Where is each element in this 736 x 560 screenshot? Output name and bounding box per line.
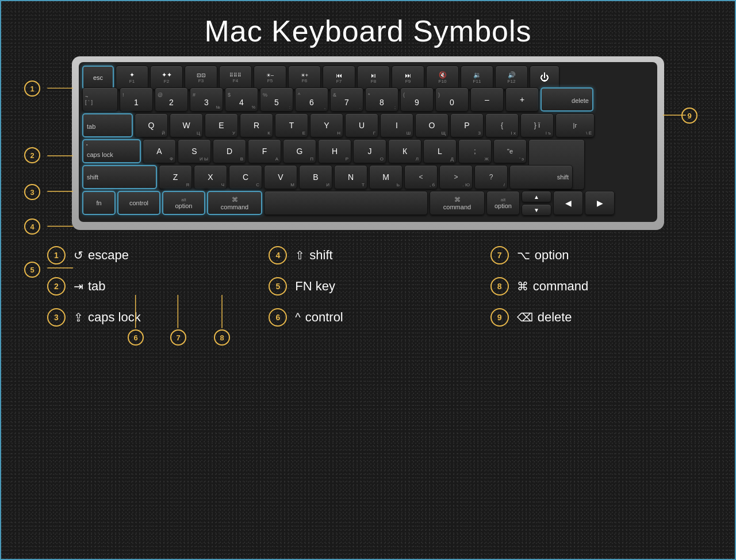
key-space[interactable] [264, 191, 428, 215]
key-6[interactable]: ^ 6 , [295, 87, 328, 112]
callout-3: 3 [24, 184, 40, 200]
key-e[interactable]: E У [205, 113, 238, 137]
legend-text-6: ^ control [295, 310, 343, 325]
callout-6: 6 [128, 329, 144, 346]
legend-item-9: 9 ⌫ delete [490, 308, 700, 327]
key-equals[interactable]: + [505, 87, 539, 112]
key-shift-left[interactable]: shift [82, 165, 157, 189]
key-f5[interactable]: ☀– F5 [254, 66, 286, 90]
key-g[interactable]: G П [283, 139, 316, 163]
key-t[interactable]: T Е [275, 113, 308, 137]
callout-8: 8 [214, 329, 230, 346]
key-f[interactable]: F А [248, 139, 281, 163]
key-f12[interactable]: 🔊 F12 [495, 66, 528, 90]
key-9[interactable]: ( 9 [400, 87, 434, 112]
legend-symbol-8: ⌘ [517, 279, 528, 293]
key-n[interactable]: N Т [334, 165, 367, 189]
key-u[interactable]: U Г [345, 113, 378, 137]
legend-num-4: 4 [269, 246, 287, 264]
key-arrow-left[interactable]: ◀ [553, 191, 583, 215]
legend-text-8: ⌘ command [517, 279, 589, 294]
key-x[interactable]: Х Ч [194, 165, 227, 189]
key-f11[interactable]: 🔉 F11 [461, 66, 493, 90]
key-command-right[interactable]: ⌘ command [430, 191, 485, 215]
key-arrow-up[interactable]: ▲ [522, 191, 551, 202]
legend-item-6: 6 ^ control [269, 308, 478, 327]
key-i[interactable]: І Ш [380, 113, 413, 137]
key-delete[interactable]: delete [540, 87, 593, 112]
key-fn[interactable]: fn [82, 191, 116, 215]
key-f4[interactable]: ⠿⠿⠿ F4 [219, 66, 252, 90]
key-v[interactable]: V М [264, 165, 297, 189]
key-esc[interactable]: esc [82, 66, 114, 90]
key-f10[interactable]: 🔇 F10 [426, 66, 459, 90]
key-l[interactable]: L Д [423, 139, 457, 163]
key-minus[interactable]: – [470, 87, 504, 112]
key-p[interactable]: Р З [450, 113, 484, 137]
key-control[interactable]: control [117, 191, 160, 215]
key-arrow-right[interactable]: ▶ [585, 191, 615, 215]
key-power[interactable]: ⏻ [530, 66, 559, 90]
key-backtick[interactable]: ~ [ ` ] [82, 87, 118, 112]
key-backslash[interactable]: |г \ Ё [555, 113, 595, 137]
key-f1[interactable]: ✦ F1 [116, 66, 148, 90]
key-arrow-down[interactable]: ▼ [522, 204, 551, 216]
key-y[interactable]: Y Н [310, 113, 343, 137]
legend-num-9: 9 [490, 308, 509, 327]
key-c[interactable]: С С [229, 165, 262, 189]
legend-item-8: 8 ⌘ command [490, 277, 700, 296]
key-s[interactable]: S И Ы [178, 139, 211, 163]
key-f9[interactable]: ⏭ F9 [392, 66, 424, 90]
key-f3[interactable]: ⊡⊡ F3 [185, 66, 217, 90]
legend-num-3: 3 [47, 308, 66, 327]
key-option-right[interactable]: alt option [486, 191, 520, 215]
key-semicolon[interactable]: ; Ж [458, 139, 492, 163]
key-f2[interactable]: ✦✦ F2 [150, 66, 183, 90]
key-1[interactable]: ! 1 [120, 87, 153, 112]
key-j[interactable]: J О [353, 139, 386, 163]
key-f6[interactable]: ☀+ F6 [288, 66, 321, 90]
key-period[interactable]: > . Ю [439, 165, 473, 189]
key-lbracket[interactable]: { І х [485, 113, 519, 137]
key-tab[interactable]: tab [82, 113, 133, 137]
key-a[interactable]: А Ф [143, 139, 176, 163]
key-d[interactable]: D В [213, 139, 246, 163]
legend-text-7: ⌥ option [517, 248, 569, 263]
key-option-left[interactable]: alt option [162, 191, 205, 215]
key-z[interactable]: Z Я [159, 165, 192, 189]
key-w[interactable]: W Ц [170, 113, 203, 137]
legend-num-1: 1 [47, 246, 66, 264]
key-4[interactable]: $ 4 % [225, 87, 258, 112]
key-k[interactable]: К Л [388, 139, 421, 163]
key-o[interactable]: О Щ [415, 113, 448, 137]
key-r[interactable]: R К [240, 113, 273, 137]
key-5[interactable]: % 5 : [260, 87, 293, 112]
key-command-left[interactable]: ⌘ command [207, 191, 262, 215]
key-capslock[interactable]: • caps lock [82, 139, 141, 163]
legend-num-2: 2 [47, 277, 66, 296]
key-shift-right[interactable]: shift [509, 165, 573, 189]
key-quote[interactable]: "е ' э [493, 139, 527, 163]
legend-symbol-6: ^ [295, 311, 300, 324]
key-8[interactable]: * 8 ; [365, 87, 398, 112]
key-h[interactable]: Н Р [318, 139, 351, 163]
legend-symbol-3: ⇪ [74, 310, 83, 324]
key-f7[interactable]: ⏮ F7 [323, 66, 355, 90]
key-0[interactable]: ) 0 [435, 87, 469, 112]
key-3[interactable]: # 3 № [190, 87, 223, 112]
key-b[interactable]: В И [299, 165, 332, 189]
legend-text-1: ↺ escape [74, 248, 129, 263]
legend-item-5: 5 FN key [269, 277, 478, 296]
key-slash[interactable]: ? / [474, 165, 508, 189]
legend-num-6: 6 [269, 308, 287, 327]
key-f8[interactable]: ⏯ F8 [357, 66, 390, 90]
key-comma[interactable]: < , б [404, 165, 438, 189]
key-m[interactable]: М Ь [369, 165, 402, 189]
key-2[interactable]: @ 2 [155, 87, 188, 112]
key-rbracket[interactable]: } ї l ъ [520, 113, 554, 137]
key-q[interactable]: Q Й [135, 113, 168, 137]
legend-symbol-9: ⌫ [517, 310, 533, 324]
legend-item-3: 3 ⇪ caps lock [47, 308, 257, 327]
legend-item-7: 7 ⌥ option [490, 246, 700, 264]
key-7[interactable]: & 7 . [330, 87, 363, 112]
